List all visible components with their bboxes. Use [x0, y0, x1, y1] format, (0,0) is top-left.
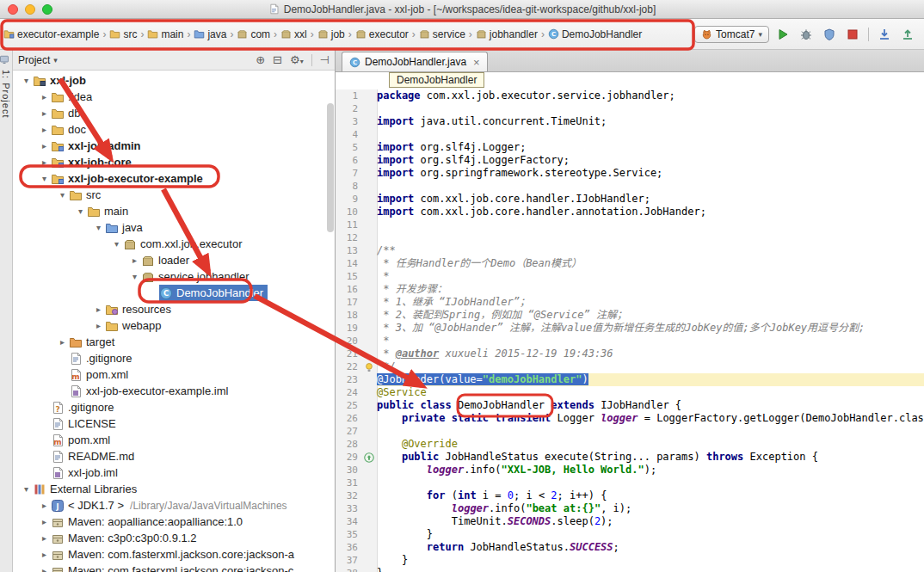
vcs-commit-icon[interactable] — [898, 25, 917, 44]
debug-button[interactable] — [797, 25, 816, 44]
expanded-arrow-icon[interactable]: ▾ — [74, 206, 87, 216]
tree-item-readme-md[interactable]: README.md — [13, 448, 335, 464]
collapsed-arrow-icon[interactable]: ▸ — [38, 517, 51, 526]
expanded-arrow-icon[interactable]: ▾ — [92, 223, 105, 232]
project-tool-window-icon[interactable] — [0, 52, 11, 66]
tree-item-resources[interactable]: ▸resources — [13, 301, 335, 317]
tree-item-xxl-job-executor-example[interactable]: ▾xxl-job-executor-example — [13, 170, 335, 187]
tree-item-src[interactable]: ▾src — [13, 187, 335, 203]
code-line-5[interactable]: 5import org.slf4j.Logger; — [336, 141, 924, 154]
tree-item-idea[interactable]: ▸.idea — [13, 89, 335, 105]
settings-gear-icon[interactable]: ⚙▾ — [290, 53, 304, 66]
code-line-37[interactable]: 37 } — [336, 554, 924, 567]
tree-item-jdk1-7[interactable]: ▸J< JDK1.7 >/Library/Java/JavaVirtualMac… — [13, 497, 335, 514]
code-line-34[interactable]: 34 TimeUnit.SECONDS.sleep(2); — [336, 515, 924, 528]
hide-panel-icon[interactable]: ⊣ — [320, 53, 330, 66]
collapsed-arrow-icon[interactable]: ▸ — [38, 125, 51, 134]
run-button[interactable] — [773, 25, 792, 44]
tree-item-gitignore[interactable]: ?.gitignore — [13, 399, 335, 415]
code-line-8[interactable]: 8 — [336, 180, 924, 193]
code-line-26[interactable]: 26 private static transient Logger logge… — [336, 412, 924, 425]
project-scrollbar[interactable] — [327, 81, 334, 563]
tree-item-service-jobhandler[interactable]: ▾service.jobhandler — [13, 268, 335, 285]
run-config-select[interactable]: Tomcat7 ▾ — [694, 26, 769, 43]
tree-item-license[interactable]: LICENSE — [13, 415, 335, 432]
collapsed-arrow-icon[interactable]: ▸ — [92, 321, 105, 330]
tree-item-maven-c3p0-c3p0-0-9-1-2[interactable]: ▸Maven: c3p0:c3p0:0.9.1.2 — [13, 530, 335, 546]
code-line-22[interactable]: 22 */ — [336, 360, 924, 373]
code-line-29[interactable]: 29 public JobHandleStatus execute(String… — [336, 451, 924, 464]
code-area[interactable]: 1package com.xxl.job.executor.service.jo… — [336, 89, 924, 572]
breadcrumb-item-xxl[interactable]: xxl — [279, 27, 309, 42]
code-line-20[interactable]: 20 * — [336, 335, 924, 348]
expanded-arrow-icon[interactable]: ▾ — [20, 76, 33, 85]
vcs-update-icon[interactable] — [875, 25, 894, 44]
tree-item-main[interactable]: ▾main — [13, 203, 335, 219]
collapsed-arrow-icon[interactable]: ▸ — [38, 141, 51, 151]
tree-item-doc[interactable]: ▸doc — [13, 121, 335, 138]
breadcrumb-item-java[interactable]: java — [192, 27, 228, 42]
code-line-2[interactable]: 2 — [336, 102, 924, 115]
code-line-32[interactable]: 32 for (int i = 0; i < 2; i++) { — [336, 489, 924, 502]
code-line-11[interactable]: 11 — [336, 218, 924, 231]
code-line-35[interactable]: 35 } — [336, 528, 924, 541]
code-line-6[interactable]: 6import org.slf4j.LoggerFactory; — [336, 154, 924, 167]
scrollbar-thumb[interactable] — [327, 103, 334, 232]
breadcrumb-item-executor-example[interactable]: executor-example — [2, 27, 101, 42]
scroll-from-source-icon[interactable]: ⊕ — [256, 53, 265, 66]
minimize-window-button[interactable] — [25, 4, 35, 15]
code-line-1[interactable]: 1package com.xxl.job.executor.service.jo… — [336, 89, 924, 102]
collapse-all-icon[interactable]: ⊟ — [273, 53, 282, 66]
code-line-28[interactable]: 28 @Override — [336, 438, 924, 451]
code-line-27[interactable]: 27 — [336, 425, 924, 438]
code-line-7[interactable]: 7import org.springframework.stereotype.S… — [336, 167, 924, 180]
code-line-9[interactable]: 9import com.xxl.job.core.handler.IJobHan… — [336, 193, 924, 206]
code-line-15[interactable]: 15 * — [336, 270, 924, 283]
code-line-38[interactable]: 38} — [336, 567, 924, 572]
tree-item-com-xxl-job-executor[interactable]: ▾com.xxl.job.executor — [13, 236, 335, 252]
expanded-arrow-icon[interactable]: ▾ — [20, 484, 33, 494]
intention-bulb-icon[interactable] — [361, 360, 377, 373]
code-line-21[interactable]: 21 * @author xuxueli 2015-12-19 19:43:36 — [336, 348, 924, 360]
zoom-window-button[interactable] — [42, 4, 52, 15]
tree-item-maven-aopalliance-aopalliance-1-0[interactable]: ▸Maven: aopalliance:aopalliance:1.0 — [13, 514, 335, 530]
tree-item-xxl-job-executor-example-iml[interactable]: xxl-job-executor-example.iml — [13, 383, 335, 399]
tree-item-db[interactable]: ▸db — [13, 105, 335, 121]
tree-item-external-libraries[interactable]: ▾External Libraries — [13, 481, 335, 497]
code-line-25[interactable]: 25public class DemoJobHandler extends IJ… — [336, 399, 924, 412]
code-line-19[interactable]: 19 * 3、加 “@JobHander” 注解，注解value值为新增任务生成… — [336, 322, 924, 335]
close-tab-icon[interactable]: × — [473, 56, 480, 69]
collapsed-arrow-icon[interactable]: ▸ — [38, 533, 51, 543]
code-line-33[interactable]: 33 logger.info("beat at:{}", i); — [336, 502, 924, 515]
collapsed-arrow-icon[interactable]: ▸ — [38, 157, 51, 167]
tree-item-demojobhandler[interactable]: CDemoJobHandler — [13, 285, 335, 301]
tree-item-xxl-job-admin[interactable]: ▸xxl-job-admin — [13, 138, 335, 154]
tree-item-java[interactable]: ▾java — [13, 219, 335, 236]
breadcrumb-item-executor[interactable]: executor — [354, 27, 410, 42]
project-stripe-button[interactable]: 1: Project — [1, 70, 11, 118]
panel-title[interactable]: Project — [18, 54, 50, 66]
breadcrumb-item-jobhandler[interactable]: jobhandler — [474, 27, 539, 42]
tree-item-loader[interactable]: ▸loader — [13, 252, 335, 268]
code-line-31[interactable]: 31 — [336, 477, 924, 489]
collapsed-arrow-icon[interactable]: ▸ — [56, 337, 69, 347]
tree-item-gitignore[interactable]: .gitignore — [13, 350, 335, 366]
tree-item-xxl-job[interactable]: ▾xxl-job — [13, 72, 335, 89]
tree-item-xxl-job-iml[interactable]: xxl-job.iml — [13, 464, 335, 481]
tree-item-pom-xml[interactable]: mpom.xml — [13, 366, 335, 383]
stop-button[interactable] — [843, 25, 862, 44]
code-line-17[interactable]: 17 * 1、继承 “IJobHandler”； — [336, 296, 924, 309]
panel-title-caret-icon[interactable]: ▾ — [53, 56, 58, 65]
breadcrumb-item-demojobhandler[interactable]: CDemoJobHandler — [546, 27, 644, 42]
code-line-4[interactable]: 4 — [336, 128, 924, 141]
editor-breadcrumb-tag[interactable]: DemoJobHandler — [389, 72, 484, 88]
code-line-23[interactable]: 23@JobHander(value="demoJobHandler") — [336, 373, 924, 386]
tree-item-maven-com-fasterxml-jackson-core-jackson-c[interactable]: ▸Maven: com.fasterxml.jackson.core:jacks… — [13, 563, 335, 572]
code-line-16[interactable]: 16 * 开发步骤： — [336, 283, 924, 296]
code-line-36[interactable]: 36 return JobHandleStatus.SUCCESS; — [336, 541, 924, 554]
code-line-14[interactable]: 14 * 任务Handler的一个Demo（Bean模式） — [336, 257, 924, 270]
collapsed-arrow-icon[interactable]: ▸ — [38, 566, 51, 572]
coverage-button[interactable] — [820, 25, 839, 44]
expanded-arrow-icon[interactable]: ▾ — [56, 190, 69, 200]
collapsed-arrow-icon[interactable]: ▸ — [92, 304, 105, 314]
